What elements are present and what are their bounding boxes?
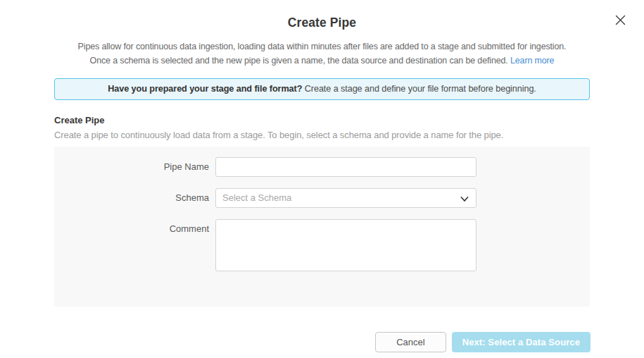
comment-label: Comment [54,219,215,274]
schema-label: Schema [54,188,215,208]
banner-question: Have you prepared your stage and file fo… [108,84,302,94]
pipe-name-row: Pipe Name [54,157,590,177]
description-line-1: Pipes allow for continuous data ingestio… [78,42,567,51]
cancel-button[interactable]: Cancel [375,332,446,352]
next-select-data-source-button[interactable]: Next: Select a Data Source [452,332,591,352]
schema-select[interactable] [215,188,476,208]
pipe-name-input[interactable] [215,157,476,177]
description-line-2: Once a schema is selected and the new pi… [90,56,555,66]
create-pipe-form: Pipe Name Schema Comment [54,147,590,307]
pipe-name-label: Pipe Name [54,157,215,177]
section-subtext: Create a pipe to continuously load data … [54,130,590,140]
close-icon [614,14,626,26]
info-banner: Have you prepared your stage and file fo… [54,78,590,100]
dialog-description: Pipes allow for continuous data ingestio… [0,39,644,68]
create-pipe-section: Create Pipe Create a pipe to continuousl… [54,115,590,140]
comment-textarea[interactable] [215,219,476,271]
schema-row: Schema [54,188,590,208]
close-button[interactable] [612,11,629,28]
learn-more-link[interactable]: Learn more [510,56,554,66]
banner-instruction: Create a stage and define your file form… [305,84,536,94]
comment-row: Comment [54,219,590,274]
dialog-title: Create Pipe [0,0,644,30]
dialog-footer: Cancel Next: Select a Data Source [53,332,591,352]
section-heading: Create Pipe [54,115,590,125]
